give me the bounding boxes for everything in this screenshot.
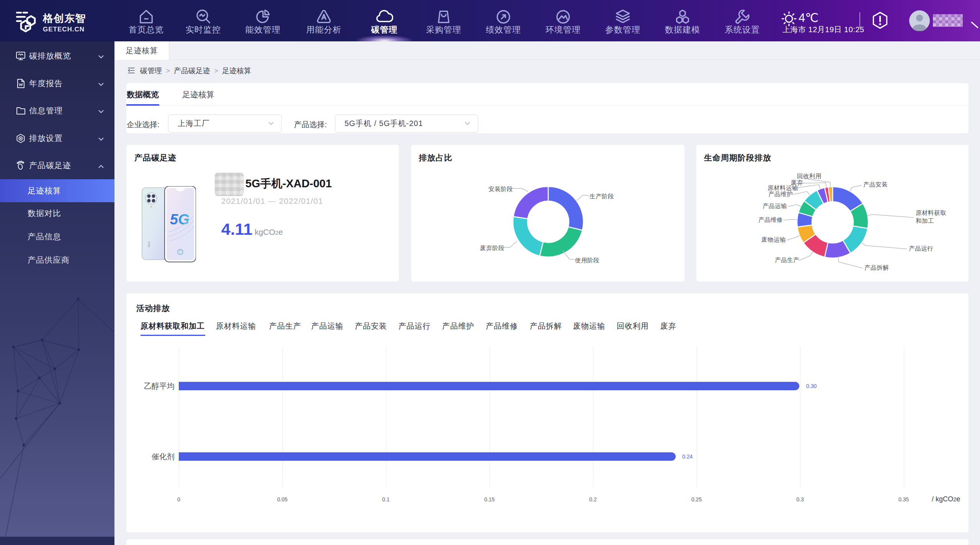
svg-text:vivo: vivo	[147, 241, 151, 247]
svg-text:5G: 5G	[170, 211, 189, 227]
